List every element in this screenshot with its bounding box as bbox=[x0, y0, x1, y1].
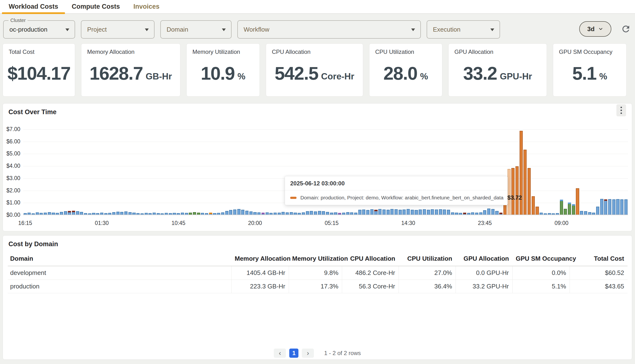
metric-unit: Core-Hr bbox=[321, 72, 354, 82]
chart-bar bbox=[32, 214, 35, 214]
chart-bar bbox=[213, 213, 216, 214]
chart-bar bbox=[447, 210, 450, 214]
cluster-select[interactable]: Cluster oc-production bbox=[3, 20, 75, 38]
refresh-button[interactable] bbox=[620, 23, 632, 35]
table-cell: 33.2 GPU-Hr bbox=[456, 280, 512, 293]
domain-select-placeholder: Domain bbox=[166, 26, 188, 33]
chevron-down-icon bbox=[490, 28, 494, 31]
tab-invoices[interactable]: Invoices bbox=[127, 0, 166, 14]
chart-bar bbox=[310, 211, 313, 214]
chart-bar bbox=[386, 210, 390, 214]
workflow-select-placeholder: Workflow bbox=[244, 26, 269, 33]
x-axis-tick-label: 01:30 bbox=[95, 220, 109, 226]
time-range-value: 3d bbox=[587, 25, 594, 33]
tooltip-value: $3.72 bbox=[507, 194, 522, 201]
bar-cap-segment bbox=[499, 213, 502, 214]
table-row[interactable]: production223.3 GB-Hr17.3%56.3 Core-Hr36… bbox=[8, 280, 628, 293]
chart-bar bbox=[322, 211, 325, 214]
chart-bar bbox=[124, 212, 128, 214]
page-1-button[interactable]: 1 bbox=[289, 348, 298, 358]
chart-bar bbox=[112, 212, 116, 214]
metric-value-row: 5.1% bbox=[559, 55, 620, 92]
table-cell: 27.0% bbox=[399, 266, 456, 280]
table-cell: 486.2 Core-Hr bbox=[342, 266, 399, 280]
chart-bar bbox=[262, 213, 264, 214]
table-cell: development bbox=[8, 266, 231, 280]
kebab-menu-button[interactable] bbox=[616, 104, 626, 116]
chart-bar bbox=[120, 212, 124, 214]
bar-cap-segment bbox=[72, 211, 75, 212]
next-page-button[interactable]: › bbox=[302, 348, 314, 358]
prev-page-button[interactable]: ‹ bbox=[274, 348, 286, 358]
table-column-header[interactable]: GPU SM Occupancy bbox=[512, 252, 570, 266]
series-marker-icon bbox=[290, 197, 296, 199]
metric-value-row: $104.17 bbox=[9, 55, 69, 92]
chart-bar bbox=[342, 213, 345, 214]
chart-bar bbox=[145, 213, 148, 214]
metric-card: CPU Utilization28.0% bbox=[369, 44, 442, 96]
chart-bar bbox=[197, 213, 200, 214]
chart-bar bbox=[451, 212, 454, 214]
chart-bar bbox=[286, 212, 289, 214]
metric-title: GPU Allocation bbox=[454, 48, 541, 55]
tooltip-series-row: Domain: production, Project: demo, Workf… bbox=[285, 190, 508, 205]
table-column-header[interactable]: CPU Utilization bbox=[399, 252, 456, 266]
chart-bar bbox=[181, 213, 184, 214]
workflow-select[interactable]: Workflow bbox=[237, 20, 421, 38]
chart-bar bbox=[201, 213, 204, 214]
x-axis-tick-label: 14:30 bbox=[401, 220, 415, 226]
tab-bar: Workload Costs Compute Costs Invoices bbox=[0, 0, 635, 14]
table-column-header[interactable]: Total Cost bbox=[570, 252, 628, 266]
chart-bar bbox=[84, 213, 87, 214]
chart-bar bbox=[423, 209, 426, 214]
y-axis-tick-label: $0.00 bbox=[3, 212, 20, 218]
chart-bar bbox=[225, 211, 228, 214]
chart-bar bbox=[419, 210, 422, 214]
table-column-header[interactable]: Domain bbox=[8, 252, 231, 266]
chart-bar bbox=[221, 212, 224, 214]
execution-select[interactable]: Execution bbox=[427, 20, 500, 38]
chart-bar bbox=[459, 213, 462, 214]
chart-bar bbox=[193, 212, 196, 214]
project-select[interactable]: Project bbox=[81, 20, 154, 38]
tab-workload-costs[interactable]: Workload Costs bbox=[2, 0, 65, 14]
chart-bar bbox=[80, 212, 83, 214]
table-column-header[interactable]: Memory Utilization bbox=[289, 252, 342, 266]
chart-bar bbox=[524, 150, 526, 214]
chart-bar bbox=[358, 210, 362, 214]
metric-value: 33.2 bbox=[463, 64, 497, 82]
table-row[interactable]: development1405.4 GB-Hr9.8%486.2 Core-Hr… bbox=[8, 266, 628, 280]
time-range-button[interactable]: 3d bbox=[579, 21, 611, 37]
bar-cap-segment bbox=[572, 204, 575, 206]
cluster-select-value: oc-production bbox=[10, 26, 48, 33]
chart-bar bbox=[330, 213, 333, 214]
chart-bar bbox=[455, 213, 458, 214]
metric-title: Memory Allocation bbox=[87, 48, 174, 55]
table-cell: $60.52 bbox=[570, 266, 628, 280]
metric-card: GPU SM Occupancy5.1% bbox=[553, 44, 626, 96]
chart-bar bbox=[443, 210, 446, 214]
table-column-header[interactable]: GPU Allocation bbox=[456, 252, 512, 266]
chart-bar bbox=[544, 214, 547, 214]
table-column-header[interactable]: Memory Allocation bbox=[231, 252, 289, 266]
chart-bar bbox=[616, 199, 619, 214]
bar-cap-segment bbox=[560, 200, 563, 201]
chart-bar bbox=[604, 200, 607, 214]
tab-compute-costs[interactable]: Compute Costs bbox=[65, 0, 127, 14]
x-axis-tick-label: 10:45 bbox=[172, 220, 186, 226]
domain-select[interactable]: Domain bbox=[160, 20, 232, 38]
chart-bar bbox=[157, 213, 160, 214]
chart-bar bbox=[241, 210, 244, 214]
chart-bar bbox=[52, 213, 55, 214]
bar-cap-segment bbox=[209, 213, 212, 214]
chart-bar bbox=[205, 213, 208, 214]
chart-bar bbox=[258, 212, 260, 214]
metric-value: $104.17 bbox=[8, 64, 70, 82]
chart-bar bbox=[435, 210, 438, 214]
table-cell: $43.65 bbox=[570, 280, 628, 293]
table-column-header[interactable]: CPU Allocation bbox=[342, 252, 399, 266]
gridline bbox=[23, 154, 628, 154]
tooltip-timestamp: 2025-06-12 03:00:00 bbox=[285, 176, 508, 190]
chart-bar bbox=[108, 213, 111, 214]
chart-bar bbox=[483, 210, 486, 214]
